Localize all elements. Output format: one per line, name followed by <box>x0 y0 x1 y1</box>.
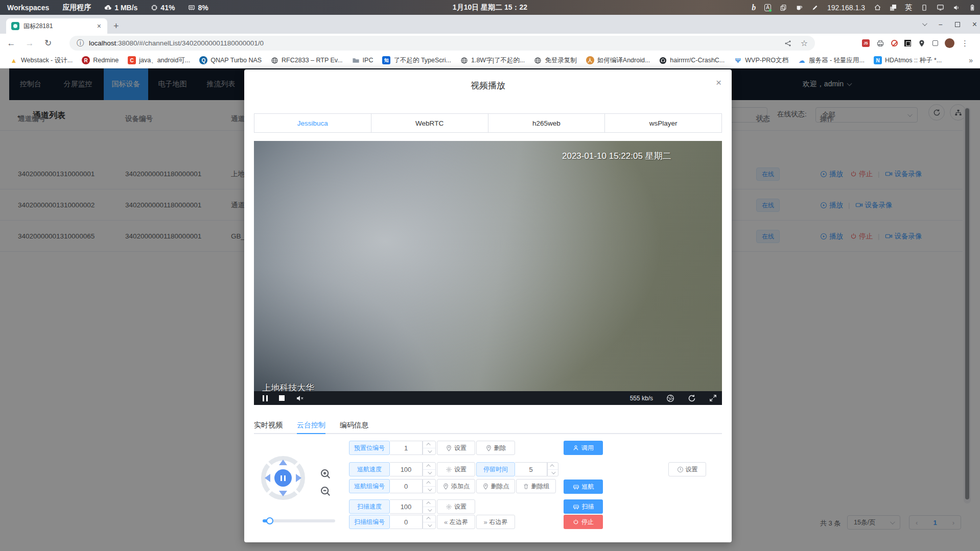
display-tray-icon[interactable] <box>937 4 944 11</box>
tab-h265web[interactable]: h265web <box>488 114 605 132</box>
bookmark-java-android[interactable]: Cjava、android可... <box>124 55 194 66</box>
preset-number-label[interactable]: 预置位编号 <box>349 441 390 455</box>
ptz-left-button[interactable] <box>265 474 270 482</box>
tab-live-video[interactable]: 实时视频 <box>254 417 283 434</box>
printer-extension-icon[interactable] <box>876 39 884 47</box>
browser-forward-button[interactable]: → <box>20 38 39 49</box>
preset-delete-button[interactable]: 删除 <box>476 441 515 455</box>
cruise-group-input[interactable]: 0 <box>390 479 423 493</box>
extensions-icon[interactable] <box>932 40 938 46</box>
workspaces-menu[interactable]: Workspaces <box>7 4 49 12</box>
adblock-extension-icon[interactable] <box>891 40 898 46</box>
cruise-button[interactable]: 巡航 <box>564 480 603 494</box>
browser-back-button[interactable]: ← <box>2 38 20 49</box>
bookmark-star-icon[interactable]: ☆ <box>801 38 808 48</box>
browser-tab[interactable]: 国标28181 × <box>6 18 107 34</box>
scan-group-input[interactable]: 0 <box>390 515 423 529</box>
browser-reload-button[interactable]: ↻ <box>39 38 57 49</box>
scan-button[interactable]: 扫描 <box>564 499 603 514</box>
scan-speed-stepper[interactable] <box>423 499 436 514</box>
ptz-stop-button[interactable]: 停止 <box>564 515 603 529</box>
bookmark-hdatmos[interactable]: NHDAtmos :: 种子 *... <box>870 55 945 66</box>
preset-call-button[interactable]: 调用 <box>564 441 603 455</box>
browser-menu-icon[interactable]: ⋮ <box>961 39 969 48</box>
tab-webrtc[interactable]: WebRTC <box>371 114 488 132</box>
bookmark-ipc-folder[interactable]: IPC <box>348 55 377 66</box>
stay-time-input[interactable]: 5 <box>515 462 547 476</box>
ip-address-indicator[interactable]: 192.168.1.3 <box>827 4 865 12</box>
ptz-down-button[interactable] <box>279 491 287 496</box>
share-icon[interactable] <box>784 40 791 47</box>
cruise-speed-label[interactable]: 巡航速度 <box>349 462 390 476</box>
cruise-speed-set-button[interactable]: 设置 <box>437 462 475 476</box>
new-tab-button[interactable]: + <box>113 20 119 32</box>
clipboard-tray-icon[interactable] <box>780 4 787 11</box>
tab-wsplayer[interactable]: wsPlayer <box>605 114 721 132</box>
ptz-center-pause-button[interactable] <box>274 469 292 487</box>
input-method-tray-icon[interactable]: A <box>764 4 771 11</box>
volume-tray-icon[interactable] <box>953 4 960 11</box>
stop-button[interactable] <box>279 395 285 401</box>
ptz-up-button[interactable] <box>279 460 287 465</box>
bing-tray-icon[interactable]: b <box>752 3 756 12</box>
slider-thumb[interactable] <box>266 517 273 524</box>
preset-number-input[interactable]: 1 <box>390 441 423 455</box>
scan-speed-set-button[interactable]: 设置 <box>437 499 475 514</box>
memory-usage-indicator[interactable]: 8% <box>188 4 208 12</box>
home-tray-icon[interactable] <box>874 4 881 11</box>
battery-tray-icon[interactable] <box>969 4 976 11</box>
cpu-usage-indicator[interactable]: 41% <box>151 4 175 12</box>
bookmark-wvp-pro-docs[interactable]: ΨWVP-PRO文档 <box>730 55 792 66</box>
delete-point-button[interactable]: 删除点 <box>476 479 515 493</box>
cruise-group-stepper[interactable] <box>423 479 436 493</box>
scan-group-label[interactable]: 扫描组编号 <box>349 515 390 529</box>
window-restore-button[interactable] <box>955 22 960 27</box>
right-boundary-button[interactable]: »右边界 <box>476 515 515 529</box>
cruise-speed-input[interactable]: 100 <box>390 462 423 476</box>
applications-menu[interactable]: 应用程序 <box>62 3 91 12</box>
add-point-button[interactable]: 添加点 <box>437 479 475 493</box>
bookmark-redmine[interactable]: RRedmine <box>78 55 122 66</box>
tab-search-chevron-icon[interactable] <box>922 21 927 26</box>
bookmark-cloud-server[interactable]: ☁服务器 - 轻量应用... <box>794 55 868 66</box>
ptz-right-button[interactable] <box>296 474 301 482</box>
snapshot-aperture-icon[interactable] <box>666 394 674 402</box>
bookmark-qnap[interactable]: QQNAP Turbo NAS <box>196 55 265 66</box>
pen-tray-icon[interactable] <box>811 4 819 11</box>
ptz-speed-slider[interactable] <box>263 519 335 522</box>
stay-time-stepper[interactable] <box>547 462 558 476</box>
clock-datetime[interactable]: 1月10日 星期二 15：22 <box>453 3 527 11</box>
bookmark-rfc2833[interactable]: RFC2833 – RTP Ev... <box>267 55 346 66</box>
coffee-tray-icon[interactable] <box>796 4 803 11</box>
fullscreen-icon[interactable] <box>709 394 717 402</box>
mute-speaker-icon[interactable] <box>296 394 304 402</box>
phone-tray-icon[interactable] <box>921 4 928 11</box>
stay-time-label[interactable]: 停留时间 <box>476 462 515 476</box>
zoom-in-button[interactable] <box>319 467 332 481</box>
cruise-group-label[interactable]: 巡航组编号 <box>349 479 390 493</box>
pause-button[interactable] <box>263 395 268 401</box>
delete-group-button[interactable]: 删除组 <box>516 479 556 493</box>
bookmark-compile-android[interactable]: 人如何编译Android... <box>582 55 654 66</box>
bookmark-webstack[interactable]: ▲Webstack - 设计... <box>6 55 76 66</box>
preset-set-button[interactable]: 设置 <box>437 441 475 455</box>
cruise-speed-stepper[interactable] <box>423 462 436 476</box>
language-indicator[interactable]: 英 <box>905 3 912 12</box>
tab-ptz-control[interactable]: 云台控制 <box>297 417 325 434</box>
network-speed-indicator[interactable]: 1 MB/s <box>104 4 137 12</box>
windows-tray-icon[interactable] <box>890 5 896 11</box>
scan-speed-input[interactable]: 100 <box>390 499 423 514</box>
bookmark-18w-zi[interactable]: 1.8W字|了不起的... <box>457 55 528 66</box>
profile-avatar[interactable] <box>945 38 954 48</box>
js-extension-icon[interactable]: JS <box>862 39 870 47</box>
reload-stream-icon[interactable] <box>688 394 696 402</box>
tab-jessibuca[interactable]: Jessibuca <box>254 114 371 132</box>
zoom-out-button[interactable] <box>319 485 332 498</box>
site-info-icon[interactable]: ⓘ <box>77 39 84 48</box>
dialog-close-button[interactable]: × <box>716 78 721 87</box>
preset-number-stepper[interactable] <box>423 441 436 455</box>
scan-group-stepper[interactable] <box>423 515 436 529</box>
window-minimize-button[interactable]: − <box>938 20 942 29</box>
window-close-button[interactable]: × <box>972 20 977 29</box>
scan-speed-label[interactable]: 扫描速度 <box>349 499 390 514</box>
